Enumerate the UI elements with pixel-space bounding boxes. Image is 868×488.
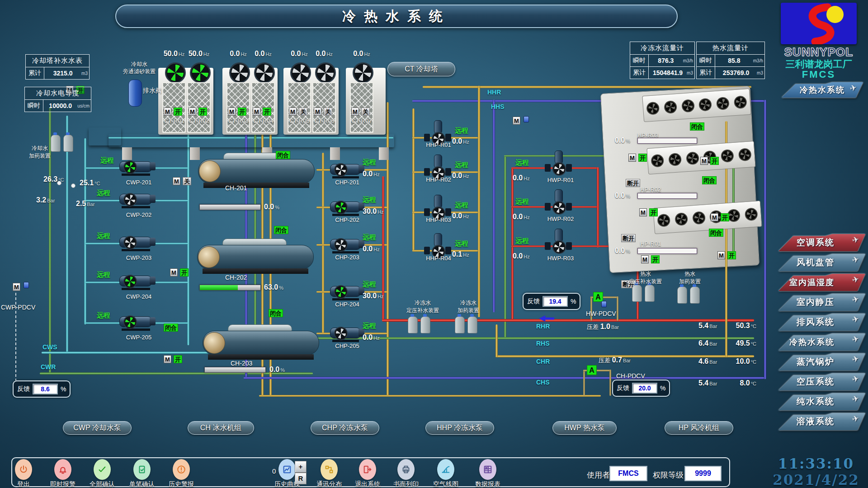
group-button-hhp[interactable]: HHP 冷冻水泵 [425,421,494,435]
tower-fan-icon [254,62,275,83]
pump-cwp-203[interactable] [118,234,156,252]
meter-title: 冷却塔补水水表 [26,55,89,67]
nav-item-air-conditioning[interactable]: 空调系统✈ [778,234,865,251]
m-valve-badge[interactable]: M [717,251,725,259]
feedback-value[interactable]: 20.0 [632,383,657,394]
pump-hwp-r03[interactable] [544,229,573,255]
m-valve-badge[interactable]: M [164,355,171,363]
pump-id: HHP-R04 [418,255,459,262]
history-alarm-button[interactable]: 历史警报 [164,459,199,488]
reset-button[interactable]: R [295,473,307,484]
pump-chp-202[interactable] [328,198,364,216]
logout-button[interactable]: 登出 [6,459,41,488]
m-valve-badge[interactable]: M [189,108,196,116]
m-valve-badge[interactable]: M [513,117,520,125]
cw-supply-pressure: 3.2Bar [36,196,55,204]
pipe-hwp-discharge-riser [597,167,599,248]
pump-chp-205[interactable] [328,324,364,343]
cwr-label: CWR [41,363,56,371]
chiller-ch-203[interactable] [203,324,318,364]
m-valve-badge[interactable]: M [700,157,708,165]
chiller-ch-201[interactable] [198,153,314,192]
nav-label: 纯水系统 [797,396,835,408]
access-level-box[interactable]: 9999 [684,466,722,481]
feedback-value[interactable]: 19.4 [542,296,568,307]
nav-item-fan-coil[interactable]: 风机盘管✈ [778,254,865,271]
hp-fan-icon [692,211,706,225]
valve-open-status: 断开 [626,179,640,187]
remote-mode-label: 远程 [363,158,376,167]
pump-fan-icon [334,201,348,214]
valve-handle-icon [601,301,607,307]
group-button-hwp[interactable]: HWP 热水泵 [552,421,617,435]
group-button-cwp[interactable]: CWP 冷却水泵 [63,421,132,435]
m-valve-badge[interactable]: M [628,154,636,162]
m-valve-badge[interactable]: M [170,268,178,277]
pump-chp-204[interactable] [328,283,364,301]
nav-item-hot-cold-water[interactable]: 冷热水系统✈ [778,333,865,351]
pump-chp-201[interactable] [328,161,364,179]
m-valve-badge[interactable]: M [228,108,236,116]
current-system-button[interactable]: 冷热水系统✈ [782,82,863,98]
ack-all-button[interactable]: 全部确认 [85,459,120,488]
live-alarm-button[interactable]: 即时报警 [45,459,80,488]
m-valve-badge[interactable]: M [253,108,260,116]
pump-cwp-204[interactable] [118,272,156,291]
ack-single-button[interactable]: 单笔确认 [124,459,160,488]
zoom-in-button[interactable]: + [295,461,307,473]
group-button-chp[interactable]: CHP 冷冻水泵 [311,421,379,435]
nav-item-steam-boiler[interactable]: 蒸汽锅炉✈ [778,353,865,371]
pump-hwp-r02[interactable] [544,189,573,216]
m-valve-badge[interactable]: M [641,255,649,263]
pipe-chr-bend [495,324,498,357]
exit-system-button[interactable]: 退出系统 [350,459,385,488]
chw-makeup-label: 定压补水装置 [397,307,448,314]
comm-status-button[interactable]: 通讯分布 [311,459,347,488]
nav-item-room-temp-humidity[interactable]: 室内温湿度✈ [778,274,865,291]
m-valve-badge[interactable]: M [314,108,321,116]
nav-item-air-compressor[interactable]: 空压系统✈ [778,373,865,390]
feedback-label: 反馈 [17,385,30,393]
m-valve-badge[interactable]: M [639,208,647,216]
meter-title: 冷却水电导度 [25,87,91,99]
nav-item-solution[interactable]: 溶液系统✈ [778,413,865,430]
group-button-ch[interactable]: CH 冰水机组 [188,421,254,435]
pump-fan-icon [552,240,566,254]
user-value-box[interactable]: FMCS [609,466,647,481]
curve-chart-icon [437,459,454,480]
feedback-value[interactable]: 8.6 [33,384,58,394]
cw-return-pressure: 2.5Bar [76,200,94,208]
valve-state: 开 [649,208,658,216]
plane-icon: ✈ [851,413,860,425]
psychrometric-chart-button[interactable]: 空气线图 [428,459,463,488]
pipe-cwp-suction-header [84,138,86,324]
plane-icon: ✈ [851,394,860,405]
valve-state: 开 [198,108,207,116]
m-valve-badge[interactable]: M [711,213,718,221]
m-valve-badge[interactable]: M [289,108,297,116]
chiller-ch-202[interactable] [197,239,313,278]
ct-cooling-tower-button[interactable]: CT 冷却塔 [387,62,455,76]
pump-cwp-202[interactable] [118,191,156,209]
nav-item-exhaust[interactable]: 排风系统✈ [778,314,865,331]
pipe-hw-pdcv [617,296,618,321]
alert-icon [173,459,190,480]
m-valve-badge[interactable]: M [164,108,171,116]
pump-cwp-205[interactable] [118,313,156,331]
data-report-button[interactable]: 数据报表 [470,459,505,488]
m-valve-badge[interactable]: M [173,177,180,185]
group-button-hp[interactable]: HP 风冷机组 [665,421,733,435]
print-button[interactable]: 书面列印 [388,459,424,488]
auto-mode-badge[interactable]: A [587,365,597,375]
m-valve-badge[interactable]: M [351,108,359,116]
pump-chp-203[interactable] [328,236,364,254]
nav-item-pure-water[interactable]: 纯水系统✈ [778,393,865,410]
pump-hwp-r01[interactable] [544,150,573,177]
pump-id: CWP-202 [118,211,159,218]
nav-item-room-static-pressure[interactable]: 室内静压✈ [778,294,865,311]
auto-mode-badge[interactable]: A [593,292,603,302]
m-valve-badge[interactable]: M [13,283,20,291]
nav-label: 空调系统 [797,237,835,249]
pump-fan-icon [334,285,348,299]
pump-cwp-201[interactable] [118,158,156,176]
